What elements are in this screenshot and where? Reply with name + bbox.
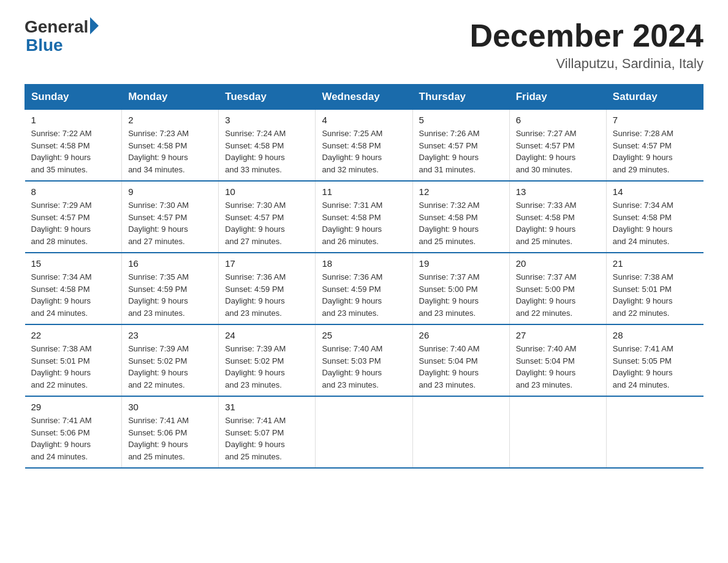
day-number: 4 bbox=[322, 115, 406, 125]
calendar-cell: 4 Sunrise: 7:25 AM Sunset: 4:58 PM Dayli… bbox=[316, 110, 412, 182]
calendar-week-row: 22 Sunrise: 7:38 AM Sunset: 5:01 PM Dayl… bbox=[25, 324, 703, 396]
day-number: 25 bbox=[322, 330, 406, 340]
calendar-cell bbox=[412, 396, 509, 468]
day-number: 12 bbox=[419, 186, 503, 197]
day-info: Sunrise: 7:37 AM Sunset: 5:00 PM Dayligh… bbox=[516, 271, 600, 319]
calendar-cell: 11 Sunrise: 7:31 AM Sunset: 4:58 PM Dayl… bbox=[316, 181, 412, 253]
day-info: Sunrise: 7:23 AM Sunset: 4:58 PM Dayligh… bbox=[128, 128, 212, 175]
day-number: 1 bbox=[31, 115, 116, 125]
day-info: Sunrise: 7:29 AM Sunset: 4:57 PM Dayligh… bbox=[31, 199, 116, 247]
day-number: 26 bbox=[419, 330, 503, 340]
calendar-cell: 30 Sunrise: 7:41 AM Sunset: 5:06 PM Dayl… bbox=[122, 396, 219, 468]
day-info: Sunrise: 7:36 AM Sunset: 4:59 PM Dayligh… bbox=[225, 271, 309, 319]
day-info: Sunrise: 7:40 AM Sunset: 5:03 PM Dayligh… bbox=[322, 343, 406, 391]
column-header-friday: Friday bbox=[509, 85, 606, 110]
calendar-cell: 20 Sunrise: 7:37 AM Sunset: 5:00 PM Dayl… bbox=[509, 253, 606, 324]
calendar-cell: 31 Sunrise: 7:41 AM Sunset: 5:07 PM Dayl… bbox=[219, 396, 316, 468]
day-info: Sunrise: 7:41 AM Sunset: 5:06 PM Dayligh… bbox=[128, 415, 212, 462]
day-number: 22 bbox=[31, 330, 116, 340]
day-info: Sunrise: 7:24 AM Sunset: 4:58 PM Dayligh… bbox=[225, 128, 309, 175]
calendar-cell: 28 Sunrise: 7:41 AM Sunset: 5:05 PM Dayl… bbox=[606, 324, 703, 396]
day-number: 2 bbox=[128, 115, 212, 125]
day-info: Sunrise: 7:38 AM Sunset: 5:01 PM Dayligh… bbox=[31, 343, 116, 391]
calendar-cell: 23 Sunrise: 7:39 AM Sunset: 5:02 PM Dayl… bbox=[122, 324, 219, 396]
calendar-cell: 10 Sunrise: 7:30 AM Sunset: 4:57 PM Dayl… bbox=[219, 181, 316, 253]
calendar-cell: 8 Sunrise: 7:29 AM Sunset: 4:57 PM Dayli… bbox=[25, 181, 122, 253]
day-number: 17 bbox=[225, 258, 309, 269]
calendar-cell: 12 Sunrise: 7:32 AM Sunset: 4:58 PM Dayl… bbox=[412, 181, 509, 253]
day-info: Sunrise: 7:37 AM Sunset: 5:00 PM Dayligh… bbox=[419, 271, 503, 319]
logo: General Blue bbox=[25, 18, 99, 54]
calendar-cell: 29 Sunrise: 7:41 AM Sunset: 5:06 PM Dayl… bbox=[25, 396, 122, 468]
calendar-cell: 27 Sunrise: 7:40 AM Sunset: 5:04 PM Dayl… bbox=[509, 324, 606, 396]
calendar-table: SundayMondayTuesdayWednesdayThursdayFrid… bbox=[25, 84, 703, 469]
column-header-saturday: Saturday bbox=[606, 85, 703, 110]
calendar-cell: 15 Sunrise: 7:34 AM Sunset: 4:58 PM Dayl… bbox=[25, 253, 122, 324]
day-number: 24 bbox=[225, 330, 309, 340]
calendar-cell: 21 Sunrise: 7:38 AM Sunset: 5:01 PM Dayl… bbox=[606, 253, 703, 324]
calendar-cell: 2 Sunrise: 7:23 AM Sunset: 4:58 PM Dayli… bbox=[122, 110, 219, 182]
day-info: Sunrise: 7:32 AM Sunset: 4:58 PM Dayligh… bbox=[419, 199, 503, 247]
day-number: 11 bbox=[322, 186, 406, 197]
calendar-cell: 14 Sunrise: 7:34 AM Sunset: 4:58 PM Dayl… bbox=[606, 181, 703, 253]
day-info: Sunrise: 7:25 AM Sunset: 4:58 PM Dayligh… bbox=[322, 128, 406, 175]
day-number: 6 bbox=[516, 115, 600, 125]
calendar-cell: 6 Sunrise: 7:27 AM Sunset: 4:57 PM Dayli… bbox=[509, 110, 606, 182]
calendar-cell: 26 Sunrise: 7:40 AM Sunset: 5:04 PM Dayl… bbox=[412, 324, 509, 396]
day-info: Sunrise: 7:30 AM Sunset: 4:57 PM Dayligh… bbox=[128, 199, 212, 247]
location-subtitle: Villaputzu, Sardinia, Italy bbox=[469, 56, 703, 72]
day-info: Sunrise: 7:34 AM Sunset: 4:58 PM Dayligh… bbox=[613, 199, 697, 247]
calendar-week-row: 15 Sunrise: 7:34 AM Sunset: 4:58 PM Dayl… bbox=[25, 253, 703, 324]
calendar-week-row: 1 Sunrise: 7:22 AM Sunset: 4:58 PM Dayli… bbox=[25, 110, 703, 182]
day-number: 7 bbox=[613, 115, 697, 125]
day-number: 31 bbox=[225, 402, 309, 412]
calendar-week-row: 29 Sunrise: 7:41 AM Sunset: 5:06 PM Dayl… bbox=[25, 396, 703, 468]
day-number: 30 bbox=[128, 402, 212, 412]
column-header-sunday: Sunday bbox=[25, 85, 122, 110]
day-info: Sunrise: 7:40 AM Sunset: 5:04 PM Dayligh… bbox=[516, 343, 600, 391]
calendar-cell: 5 Sunrise: 7:26 AM Sunset: 4:57 PM Dayli… bbox=[412, 110, 509, 182]
day-number: 28 bbox=[613, 330, 697, 340]
calendar-cell bbox=[509, 396, 606, 468]
calendar-cell: 18 Sunrise: 7:36 AM Sunset: 4:59 PM Dayl… bbox=[316, 253, 412, 324]
calendar-cell bbox=[606, 396, 703, 468]
day-info: Sunrise: 7:39 AM Sunset: 5:02 PM Dayligh… bbox=[128, 343, 212, 391]
day-info: Sunrise: 7:34 AM Sunset: 4:58 PM Dayligh… bbox=[31, 271, 116, 319]
day-number: 8 bbox=[31, 186, 116, 197]
day-number: 3 bbox=[225, 115, 309, 125]
month-title: December 2024 bbox=[469, 18, 703, 53]
title-section: December 2024 Villaputzu, Sardinia, Ital… bbox=[469, 18, 703, 72]
calendar-week-row: 8 Sunrise: 7:29 AM Sunset: 4:57 PM Dayli… bbox=[25, 181, 703, 253]
calendar-cell: 16 Sunrise: 7:35 AM Sunset: 4:59 PM Dayl… bbox=[122, 253, 219, 324]
day-number: 9 bbox=[128, 186, 212, 197]
calendar-cell: 17 Sunrise: 7:36 AM Sunset: 4:59 PM Dayl… bbox=[219, 253, 316, 324]
day-info: Sunrise: 7:26 AM Sunset: 4:57 PM Dayligh… bbox=[419, 128, 503, 175]
logo-arrow-icon bbox=[90, 17, 99, 34]
logo-general-text: General bbox=[25, 18, 88, 36]
day-number: 10 bbox=[225, 186, 309, 197]
day-number: 21 bbox=[613, 258, 697, 269]
day-info: Sunrise: 7:41 AM Sunset: 5:07 PM Dayligh… bbox=[225, 415, 309, 462]
day-info: Sunrise: 7:27 AM Sunset: 4:57 PM Dayligh… bbox=[516, 128, 600, 175]
day-info: Sunrise: 7:38 AM Sunset: 5:01 PM Dayligh… bbox=[613, 271, 697, 319]
page-header: General Blue December 2024 Villaputzu, S… bbox=[25, 18, 703, 72]
day-info: Sunrise: 7:22 AM Sunset: 4:58 PM Dayligh… bbox=[31, 128, 116, 175]
day-number: 14 bbox=[613, 186, 697, 197]
column-header-monday: Monday bbox=[122, 85, 219, 110]
column-header-wednesday: Wednesday bbox=[316, 85, 412, 110]
column-header-thursday: Thursday bbox=[412, 85, 509, 110]
day-number: 23 bbox=[128, 330, 212, 340]
calendar-cell: 9 Sunrise: 7:30 AM Sunset: 4:57 PM Dayli… bbox=[122, 181, 219, 253]
day-number: 29 bbox=[31, 402, 116, 412]
calendar-cell: 24 Sunrise: 7:39 AM Sunset: 5:02 PM Dayl… bbox=[219, 324, 316, 396]
calendar-cell: 25 Sunrise: 7:40 AM Sunset: 5:03 PM Dayl… bbox=[316, 324, 412, 396]
day-number: 13 bbox=[516, 186, 600, 197]
logo-blue-text: Blue bbox=[25, 37, 99, 54]
day-info: Sunrise: 7:35 AM Sunset: 4:59 PM Dayligh… bbox=[128, 271, 212, 319]
calendar-cell: 22 Sunrise: 7:38 AM Sunset: 5:01 PM Dayl… bbox=[25, 324, 122, 396]
day-info: Sunrise: 7:33 AM Sunset: 4:58 PM Dayligh… bbox=[516, 199, 600, 247]
day-number: 18 bbox=[322, 258, 406, 269]
day-number: 15 bbox=[31, 258, 116, 269]
day-number: 19 bbox=[419, 258, 503, 269]
day-number: 5 bbox=[419, 115, 503, 125]
